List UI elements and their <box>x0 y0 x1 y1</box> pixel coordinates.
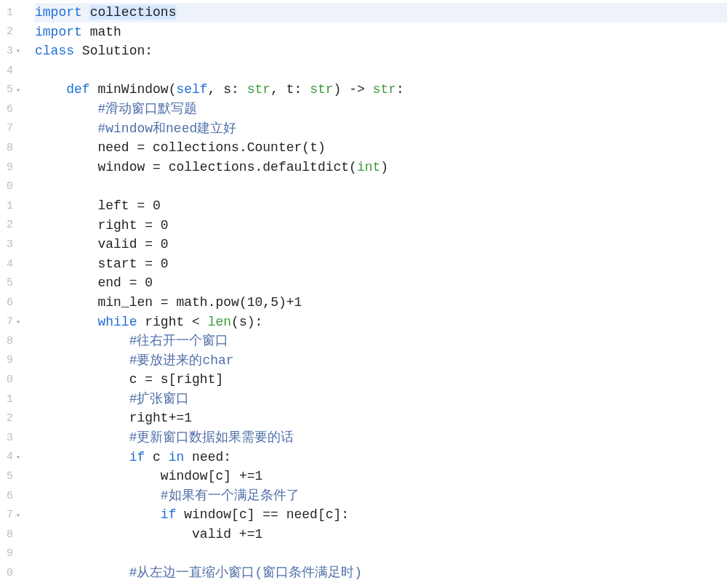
fold-toggle-icon[interactable]: ▾ <box>15 47 22 55</box>
line-number: 9 <box>7 354 13 366</box>
code-token: t <box>286 82 294 97</box>
code-token: , <box>208 82 224 97</box>
line-number: 3 <box>7 238 13 251</box>
gutter-line[interactable]: 1 <box>0 390 25 409</box>
code-line[interactable]: class Solution: <box>35 41 727 61</box>
gutter-line[interactable]: 5▾ <box>0 80 25 100</box>
fold-toggle-icon[interactable]: ▾ <box>15 453 22 462</box>
code-line[interactable] <box>35 177 727 196</box>
code-editor[interactable]: 123▾45▾678901234567▾8901234▾567▾890 impo… <box>0 0 727 588</box>
gutter-line[interactable]: 1 <box>0 3 25 23</box>
gutter-line[interactable]: 8 <box>0 331 25 351</box>
code-line[interactable]: valid +=1 <box>35 525 727 544</box>
code-line[interactable]: #更新窗口数据如果需要的话 <box>35 428 727 448</box>
gutter-line[interactable]: 9 <box>0 351 25 371</box>
line-number: 3 <box>7 432 13 444</box>
code-line[interactable] <box>35 544 727 564</box>
code-token: ( <box>231 315 239 329</box>
gutter-line[interactable]: 4 <box>0 61 25 81</box>
code-line[interactable]: #滑动窗口默写题 <box>35 100 727 119</box>
gutter-line[interactable]: 2 <box>0 23 25 42</box>
code-line[interactable]: window = collections.defaultdict(int) <box>35 158 727 177</box>
code-line[interactable]: window[c] +=1 <box>35 467 727 486</box>
gutter-line[interactable]: 6 <box>0 100 25 119</box>
code-line[interactable]: end = 0 <box>35 273 727 293</box>
code-token <box>35 121 97 136</box>
code-token: 10 <box>247 295 263 310</box>
code-token <box>35 392 129 406</box>
code-token <box>35 507 161 522</box>
gutter-line[interactable]: 6 <box>0 293 25 313</box>
code-line[interactable]: import math <box>35 23 727 42</box>
gutter-line[interactable]: 2 <box>0 216 25 235</box>
line-number: 6 <box>7 103 13 116</box>
code-line[interactable]: if c in need: <box>35 448 727 467</box>
gutter-line[interactable]: 4 <box>0 254 25 274</box>
code-line[interactable]: need = collections.Counter(t) <box>35 138 727 158</box>
gutter-line[interactable]: 8 <box>0 138 25 158</box>
code-line[interactable]: import collections <box>35 3 727 23</box>
gutter-line[interactable]: 2 <box>0 408 25 428</box>
gutter-line[interactable]: 0 <box>0 177 25 196</box>
gutter-line[interactable]: 7▾ <box>0 313 25 332</box>
code-line[interactable] <box>35 61 727 81</box>
code-line[interactable]: def minWindow(self, s: str, t: str) -> s… <box>35 80 727 100</box>
code-line[interactable]: #往右开一个窗口 <box>35 331 727 351</box>
gutter-line[interactable]: 1 <box>0 196 25 216</box>
gutter-line[interactable]: 9 <box>0 544 25 564</box>
code-token: #如果有一个满足条件了 <box>161 488 300 503</box>
code-token: 0 <box>161 218 169 233</box>
code-token: #从左边一直缩小窗口(窗口条件满足时) <box>129 565 362 580</box>
code-line[interactable]: valid = 0 <box>35 235 727 254</box>
code-token: 0 <box>161 237 169 251</box>
line-number: 4 <box>7 451 13 463</box>
gutter-line[interactable]: 9 <box>0 158 25 177</box>
code-line[interactable]: right = 0 <box>35 216 727 235</box>
code-token: ( <box>169 82 177 97</box>
code-token <box>35 565 129 580</box>
fold-toggle-icon[interactable]: ▾ <box>15 86 22 94</box>
code-token: minWindow <box>97 82 168 97</box>
fold-toggle-icon[interactable]: ▾ <box>15 318 22 326</box>
gutter-line[interactable]: 3 <box>0 428 25 448</box>
gutter-line[interactable]: 0 <box>0 370 25 390</box>
code-token: ) <box>318 140 326 155</box>
code-token: #扩张窗口 <box>129 392 190 406</box>
gutter-line[interactable]: 7 <box>0 119 25 139</box>
code-token: += <box>231 527 254 541</box>
gutter-line[interactable]: 3▾ <box>0 41 25 61</box>
code-line[interactable]: #扩张窗口 <box>35 390 727 409</box>
code-token: #往右开一个窗口 <box>129 334 229 348</box>
code-token: import <box>35 25 82 39</box>
code-line[interactable]: c = s[right] <box>35 370 727 390</box>
code-line[interactable]: while right < len(s): <box>35 313 727 332</box>
code-token <box>35 275 97 290</box>
gutter-line[interactable]: 5 <box>0 273 25 293</box>
code-token: math <box>176 295 207 310</box>
code-line[interactable]: start = 0 <box>35 254 727 274</box>
gutter-line[interactable]: 4▾ <box>0 448 25 467</box>
fold-toggle-icon[interactable]: ▾ <box>15 511 22 520</box>
code-area[interactable]: import collectionsimport mathclass Solut… <box>25 0 727 588</box>
code-line[interactable]: right+=1 <box>35 408 727 428</box>
code-token: int <box>357 160 380 174</box>
gutter-line[interactable]: 8 <box>0 525 25 544</box>
gutter-line[interactable]: 6 <box>0 486 25 506</box>
code-line[interactable]: #要放进来的char <box>35 351 727 371</box>
code-token: window <box>161 469 208 483</box>
code-line[interactable]: #如果有一个满足条件了 <box>35 486 727 506</box>
code-line[interactable]: #window和need建立好 <box>35 119 727 139</box>
line-number: 4 <box>7 65 13 77</box>
code-line[interactable]: left = 0 <box>35 196 727 216</box>
gutter-line[interactable]: 0 <box>0 563 25 583</box>
gutter-line[interactable]: 3 <box>0 235 25 254</box>
gutter-line[interactable]: 7▾ <box>0 505 25 525</box>
code-token: 1 <box>294 295 302 310</box>
code-token <box>35 488 161 503</box>
code-line[interactable]: min_len = math.pow(10,5)+1 <box>35 293 727 313</box>
gutter-line[interactable]: 5 <box>0 467 25 486</box>
code-line[interactable]: if window[c] == need[c]: <box>35 505 727 525</box>
code-token: = <box>137 257 160 271</box>
code-line[interactable]: #从左边一直缩小窗口(窗口条件满足时) <box>35 563 727 583</box>
code-token: ]: <box>334 507 350 522</box>
